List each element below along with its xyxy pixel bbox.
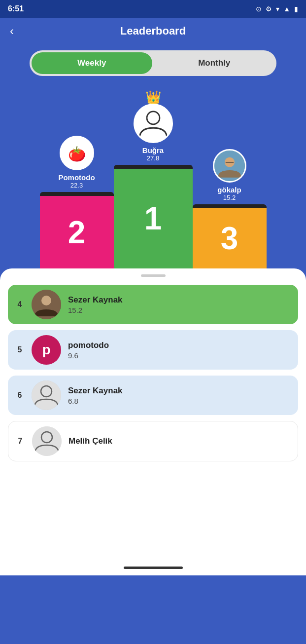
first-avatar [134, 104, 173, 143]
status-time: 6:51 [8, 4, 24, 13]
crown-icon: 👑 [145, 90, 161, 105]
person-icon-7 [32, 426, 62, 456]
back-button[interactable]: ‹ [10, 24, 14, 38]
list-name-4: Sezer Kaynak [68, 295, 291, 305]
third-name: gökalp [217, 186, 241, 194]
first-rank-number: 1 [144, 200, 162, 237]
second-score: 22.3 [70, 182, 83, 189]
pomotodo-letter-icon: p [42, 342, 50, 358]
bottom-nav [0, 560, 306, 575]
pomotodo-avatar-5: p [32, 335, 61, 365]
podium-third: gökalp 15.2 3 [193, 149, 267, 268]
sezer-avatar-6 [32, 380, 61, 410]
sezer-info-6: Sezer Kaynak 6.8 [68, 386, 291, 405]
third-score: 15.2 [223, 194, 236, 201]
list-item: 6 Sezer Kaynak 6.8 [8, 376, 298, 415]
podium-area: 🍅 Pomotodo 22.3 2 👑 Buğra 27.8 1 [0, 86, 306, 268]
list-item: 7 Melih Çelik [8, 421, 298, 461]
page-title: Leaderboard [120, 25, 186, 38]
weekly-tab[interactable]: Weekly [32, 52, 152, 74]
sezer-info-4: Sezer Kaynak 15.2 [68, 295, 291, 314]
status-icons: ⊙ ⚙ ▾ ▲ ▮ [256, 5, 298, 13]
monthly-tab[interactable]: Monthly [154, 52, 275, 74]
melih-info-7: Melih Çelik [68, 436, 291, 446]
rank-7: 7 [15, 437, 25, 446]
list-name-5: pomotodo [68, 341, 291, 350]
first-score: 27.8 [147, 154, 159, 162]
header: ‹ Leaderboard [0, 18, 306, 44]
first-bar: 1 [114, 165, 193, 268]
list-score-5: 9.6 [68, 351, 291, 360]
third-rank-number: 3 [221, 220, 238, 257]
svg-point-11 [32, 426, 62, 456]
svg-text:🍅: 🍅 [68, 145, 86, 163]
first-person-icon [135, 104, 171, 143]
rank-4: 4 [15, 300, 25, 309]
svg-point-8 [41, 296, 51, 305]
melih-avatar-7 [32, 426, 62, 456]
pomotodo-info-5: pomotodo 9.6 [68, 341, 291, 360]
signal-icon: ▲ [283, 5, 290, 13]
list-item: 4 Sezer Kaynak 15.2 [8, 285, 298, 324]
home-indicator [124, 567, 183, 569]
bottom-sheet: 4 Sezer Kaynak 15.2 5 p pomotodo 9.6 6 [0, 268, 306, 560]
svg-point-9 [32, 380, 61, 410]
svg-point-2 [135, 105, 171, 142]
sezer-photo-icon-4 [32, 290, 61, 319]
status-bar: 6:51 ⊙ ⚙ ▾ ▲ ▮ [0, 0, 306, 18]
second-bar: 2 [40, 192, 114, 268]
second-name: Pomotodo [58, 173, 95, 182]
sezer-avatar-4 [32, 290, 61, 319]
list-score-4: 15.2 [68, 306, 291, 314]
podium-first: 👑 Buğra 27.8 1 [114, 104, 193, 268]
toggle-pill: Weekly Monthly [30, 50, 276, 76]
pomotodo-logo-icon: 🍅 [61, 136, 93, 170]
list-score-6: 6.8 [68, 397, 291, 405]
gokalp-photo-icon [214, 149, 245, 183]
second-rank-number: 2 [68, 214, 86, 251]
settings-icon: ⚙ [266, 5, 272, 13]
list-name-6: Sezer Kaynak [68, 386, 291, 396]
toggle-container: Weekly Monthly [0, 44, 306, 86]
rank-6: 6 [15, 391, 25, 400]
spotify-icon: ⊙ [256, 5, 262, 13]
battery-icon: ▮ [294, 5, 298, 13]
list-item: 5 p pomotodo 9.6 [8, 330, 298, 370]
podium-second: 🍅 Pomotodo 22.3 2 [40, 136, 114, 268]
list-name-7: Melih Çelik [68, 436, 291, 446]
third-avatar [213, 149, 246, 183]
second-avatar: 🍅 [60, 136, 94, 170]
first-name: Buğra [142, 146, 164, 154]
third-bar: 3 [193, 204, 267, 268]
wifi-icon: ▾ [276, 5, 279, 13]
person-icon-6 [32, 380, 61, 410]
rank-5: 5 [15, 345, 25, 354]
sheet-handle [141, 274, 166, 277]
